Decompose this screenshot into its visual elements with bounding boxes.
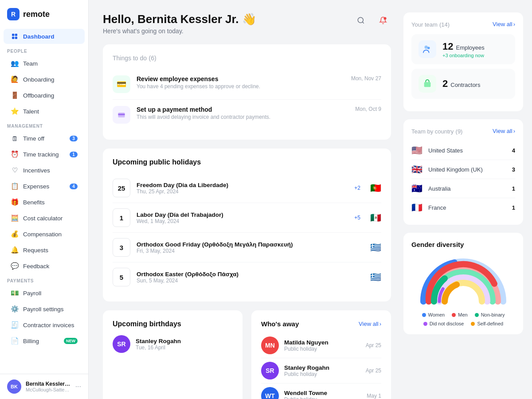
view-all-country-button[interactable]: View all › — [493, 128, 515, 134]
whos-away-card: Who's away View all › MN Matilda Nguyen … — [251, 310, 391, 399]
todo-date: Mon, Oct 9 — [355, 106, 381, 112]
page-header: Hello, Bernita Kessler Jr. 👋 Here's what… — [103, 12, 391, 35]
contractors-icon — [419, 75, 436, 93]
holiday-item: 25 Freedom Day (Dia da Liberdade) Thu, 2… — [113, 173, 381, 203]
payments-section-label: PAYMENTS — [0, 274, 88, 285]
svg-rect-2 — [12, 37, 14, 39]
sidebar-item-label: Payroll settings — [23, 306, 64, 313]
todo-desc: This will avoid delaying invoice and con… — [137, 114, 349, 120]
legend-item: Self-defined — [471, 321, 503, 326]
view-all-team-button[interactable]: View all › — [493, 21, 515, 27]
holiday-info: Orthodox Good Friday (Ορθόδοξη Μεγάλη Πα… — [137, 241, 364, 254]
holiday-info: Freedom Day (Dia da Liberdade) Thu, 25 A… — [137, 182, 348, 195]
holiday-item: 1 Labor Day (Día del Trabajador) Wed, 1 … — [113, 203, 381, 233]
sidebar-item-cost-calculator[interactable]: 🧮 Cost calculator — [4, 211, 85, 226]
country-row: 🇬🇧 United Kingdom (UK) 3 — [411, 160, 515, 179]
user-profile[interactable]: BK Bernita Kessler Jr. McCullough-Satter… — [0, 374, 88, 399]
sidebar-item-benefits[interactable]: 🎁 Benefits — [4, 195, 85, 210]
sidebar-item-label: Compensation — [23, 231, 62, 238]
avatar: MN — [261, 336, 279, 354]
sidebar-item-team[interactable]: 👥 Team — [4, 56, 85, 71]
sidebar-item-contractor-invoices[interactable]: 🧾 Contractor invoices — [4, 317, 85, 332]
todo-item[interactable]: Set up a payment method This will avoid … — [113, 100, 381, 130]
person-name: Stanley Rogahn — [284, 364, 329, 371]
sidebar-item-billing[interactable]: 📄 Billing NEW — [4, 333, 85, 348]
employees-icon — [419, 40, 436, 58]
birthday-info: Stanley Rogahn Tue, 16 April — [136, 338, 181, 351]
birthday-item: SR Stanley Rogahn Tue, 16 April — [113, 335, 233, 353]
search-button[interactable] — [353, 12, 369, 28]
legend-label: Non-binary — [481, 312, 505, 317]
gender-diversity-title: Gender diversity — [411, 241, 515, 248]
sidebar-item-feedback[interactable]: 💬 Feedback — [4, 258, 85, 274]
sidebar-item-talent[interactable]: ⭐ Talent — [4, 104, 85, 119]
holiday-name: Orthodox Good Friday (Ορθόδοξη Μεγάλη Πα… — [137, 241, 364, 248]
notifications-button[interactable] — [375, 12, 391, 28]
todos-title: Things to do (6) — [113, 54, 381, 62]
legend-label: Women — [428, 312, 445, 317]
holiday-flag: 🇲🇽 — [370, 212, 381, 223]
sidebar-item-label: Benefits — [23, 199, 45, 206]
sidebar-item-label: Time off — [23, 135, 44, 142]
country-flag: 🇬🇧 — [411, 164, 424, 175]
team-card: Your team (14) View all › 12 Employees +… — [403, 12, 523, 111]
sidebar-item-payroll[interactable]: 💵 Payroll — [4, 286, 85, 301]
holiday-extra: +5 — [354, 215, 360, 221]
sidebar-item-compensation[interactable]: 💰 Compensation — [4, 227, 85, 242]
sidebar-item-requests[interactable]: 🔔 Requests — [4, 243, 85, 258]
holiday-item: 3 Orthodox Good Friday (Ορθόδοξη Μεγάλη … — [113, 233, 381, 262]
time-off-badge: 3 — [70, 136, 78, 141]
away-item: SR Stanley Rogahn Public holiday Apr 25 — [261, 358, 381, 383]
more-options-button[interactable]: ··· — [75, 383, 81, 391]
sidebar-item-label: Team — [23, 60, 38, 67]
sidebar-item-label: Dashboard — [23, 33, 55, 40]
sidebar-item-incentives[interactable]: ♡ Incentives — [4, 163, 85, 178]
todo-item[interactable]: 💳 Review employee expenses You have 4 pe… — [113, 69, 381, 100]
employees-label: Employees — [456, 44, 484, 51]
country-name: Australia — [428, 185, 508, 192]
sidebar-item-label: Time tracking — [23, 151, 59, 158]
incentives-icon: ♡ — [11, 166, 19, 174]
holiday-flag: 🇬🇷 — [370, 242, 381, 253]
birthdays-title: Upcoming birthdays — [113, 320, 233, 328]
payroll-settings-icon: ⚙️ — [11, 305, 19, 313]
holiday-date: Sun, 5 May, 2024 — [137, 278, 364, 284]
todo-desc: You have 4 pending expenses to approve o… — [137, 83, 345, 90]
holidays-list: 25 Freedom Day (Dia da Liberdade) Thu, 2… — [113, 173, 381, 292]
todo-icon-expenses: 💳 — [113, 75, 130, 93]
talent-icon: ⭐ — [11, 107, 19, 115]
svg-point-9 — [425, 46, 428, 49]
requests-icon: 🔔 — [11, 246, 19, 254]
cal-day: 25 — [118, 185, 125, 192]
sidebar-item-offboarding[interactable]: 🚪 Offboarding — [4, 88, 85, 103]
svg-rect-0 — [12, 34, 14, 36]
holiday-flag: 🇵🇹 — [370, 183, 381, 193]
cal-day: 1 — [120, 215, 123, 221]
employees-info: 12 Employees +3 onboarding now — [442, 41, 485, 58]
country-count: 1 — [512, 204, 515, 211]
country-name: France — [428, 204, 508, 211]
cal-day: 3 — [120, 244, 123, 251]
billing-badge: NEW — [64, 338, 78, 344]
sidebar-item-dashboard[interactable]: Dashboard — [4, 29, 85, 44]
contractor-invoices-icon: 🧾 — [11, 321, 19, 329]
sidebar-item-time-tracking[interactable]: ⏰ Time tracking 1 — [4, 147, 85, 162]
country-name: United Kingdom (UK) — [428, 166, 508, 173]
legend-label: Men — [458, 312, 467, 317]
away-item: MN Matilda Nguyen Public holiday Apr 25 — [261, 333, 381, 358]
view-all-away-button[interactable]: View all › — [359, 321, 381, 327]
sidebar-item-label: Contractor invoices — [23, 322, 74, 329]
country-count: 4 — [512, 147, 515, 154]
sidebar-item-label: Offboarding — [23, 92, 54, 99]
svg-rect-8 — [118, 114, 125, 115]
sidebar-item-expenses[interactable]: 📋 Expenses 4 — [4, 179, 85, 194]
offboarding-icon: 🚪 — [11, 91, 19, 99]
svg-point-6 — [384, 17, 387, 20]
svg-line-5 — [362, 22, 364, 23]
sidebar-item-time-off[interactable]: 🗓 Time off 3 — [4, 131, 85, 146]
contractors-info: 2 Contractors — [442, 78, 480, 90]
sidebar-item-payroll-settings[interactable]: ⚙️ Payroll settings — [4, 301, 85, 317]
sidebar-item-onboarding[interactable]: 🙋 Onboarding — [4, 72, 85, 87]
country-row: 🇫🇷 France 1 — [411, 198, 515, 217]
person-reason: Public holiday — [284, 346, 329, 352]
